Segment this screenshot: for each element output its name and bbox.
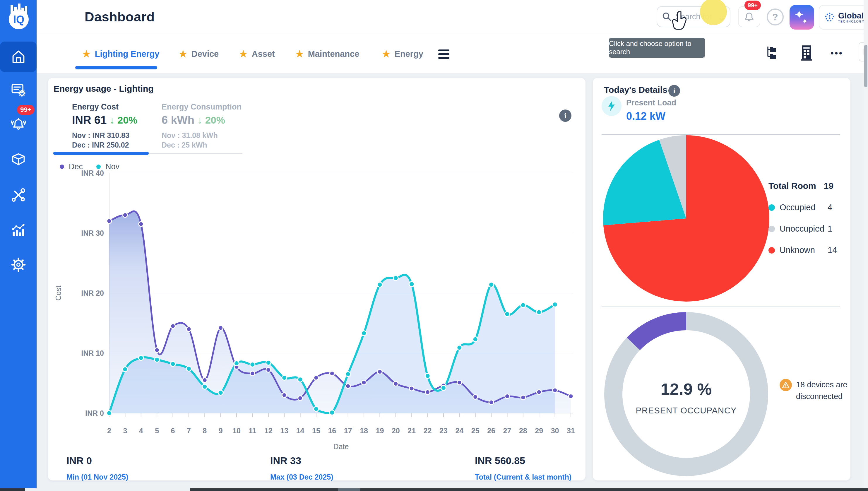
tab-lighting-energy[interactable]: ★ Lighting Energy [82, 48, 159, 59]
sidebar-item-forms[interactable] [0, 76, 37, 104]
stat-label[interactable]: Max (03 Dec 2025) [270, 473, 333, 481]
chart-stat-min: INR 0 Min (01 Nov 2025) [66, 455, 128, 481]
sidebar-item-maintenance[interactable] [0, 181, 37, 209]
stat-value: INR 33 [270, 455, 333, 466]
todays-details-card: Today's Details i Present Load 0.12 kW T… [593, 78, 850, 481]
warning-text: 18 devices are disconnected [796, 379, 850, 402]
bell-icon [743, 10, 755, 23]
tab-label: Device [191, 49, 219, 59]
stat-label[interactable]: Min (01 Nov 2025) [66, 473, 128, 481]
svg-text:23: 23 [440, 427, 448, 435]
svg-text:27: 27 [503, 427, 511, 435]
svg-text:17: 17 [344, 427, 352, 435]
svg-text:INR 0: INR 0 [85, 409, 104, 417]
hscroll-segment [338, 488, 360, 491]
svg-text:24: 24 [455, 427, 463, 435]
sidebar-item-home[interactable] [0, 43, 37, 71]
svg-text:30: 30 [551, 427, 559, 435]
stat-value: INR 0 [66, 455, 128, 466]
tools-icon [11, 187, 26, 203]
star-icon: ★ [295, 48, 304, 59]
svg-text:2: 2 [107, 427, 111, 435]
sidebar-item-settings[interactable] [0, 251, 37, 279]
hscroll-segment [0, 488, 25, 491]
svg-text:29: 29 [535, 427, 543, 435]
ai-assistant-button[interactable]: ✦ ✦ [789, 5, 814, 30]
occupancy-label: PRESENT OCCUPANCY [593, 406, 780, 415]
header: Dashboard ⌄ 99+ ? ✦ ✦ Global [37, 0, 868, 34]
tab-energy[interactable]: ★ Energy [382, 48, 423, 59]
svg-text:6: 6 [171, 427, 175, 435]
notification-count-badge: 99+ [745, 1, 761, 10]
hierarchy-icon[interactable] [766, 45, 780, 61]
package-icon [11, 152, 26, 167]
horizontal-scrollbar-thumb[interactable] [190, 488, 338, 491]
svg-text:16: 16 [328, 427, 336, 435]
chart-stat-max: INR 33 Max (03 Dec 2025) [270, 455, 333, 481]
svg-text:INR 30: INR 30 [81, 229, 104, 237]
alarm-count-badge: 99+ [17, 105, 34, 115]
vertical-scrollbar-thumb[interactable] [864, 45, 867, 87]
tabs-overflow-menu-icon[interactable] [438, 50, 449, 61]
svg-text:INR 20: INR 20 [81, 289, 104, 297]
tab-maintenance[interactable]: ★ Maintenance [295, 48, 359, 59]
svg-text:INR 40: INR 40 [81, 169, 104, 177]
svg-text:14: 14 [296, 427, 304, 435]
svg-text:Cost: Cost [54, 286, 62, 300]
devices-warning: 18 devices are disconnected [780, 379, 850, 402]
svg-text:22: 22 [424, 427, 432, 435]
tab-bar: ★ Lighting Energy ★ Device ★ Asset ★ Mai… [37, 34, 868, 73]
svg-text:15: 15 [312, 427, 320, 435]
svg-text:5: 5 [155, 427, 159, 435]
help-button[interactable]: ? [767, 8, 784, 26]
svg-text:13: 13 [280, 427, 288, 435]
occupancy-donut-chart[interactable] [593, 78, 850, 481]
star-icon: ★ [82, 48, 91, 59]
energy-line-chart[interactable]: INR 0INR 10INR 20INR 30INR 40Cost2345678… [48, 78, 586, 481]
sidebar-item-alarms[interactable]: 99+ [0, 110, 37, 138]
occupancy-value: 12.9 % [593, 379, 780, 399]
star-icon: ★ [179, 48, 187, 59]
account-chip[interactable]: Global TECHNOLOGY [819, 5, 868, 30]
globe-logo-icon [824, 11, 836, 23]
svg-text:18: 18 [360, 427, 368, 435]
svg-text:28: 28 [519, 427, 527, 435]
tab-label: Lighting Energy [95, 49, 159, 59]
bar-chart-icon [11, 222, 26, 237]
search-icon [662, 12, 672, 22]
horizontal-scrollbar-track[interactable] [0, 488, 868, 491]
document-gear-icon [11, 82, 26, 97]
svg-text:19: 19 [376, 427, 384, 435]
warning-icon [780, 379, 792, 391]
app-logo[interactable]: IQ [0, 0, 37, 34]
hscroll-segment [360, 488, 868, 491]
building-icon[interactable] [800, 45, 813, 61]
tab-label: Asset [252, 49, 275, 59]
page-title: Dashboard [85, 9, 155, 25]
svg-text:INR 10: INR 10 [81, 349, 104, 357]
svg-text:31: 31 [567, 427, 575, 435]
tab-device[interactable]: ★ Device [179, 48, 219, 59]
brand-name: Global [838, 12, 865, 20]
mouse-cursor [671, 10, 689, 30]
energy-usage-card: Energy usage - Lighting i Energy Cost IN… [48, 78, 586, 481]
svg-text:25: 25 [471, 427, 480, 435]
svg-text:11: 11 [248, 427, 257, 435]
svg-text:21: 21 [408, 427, 416, 435]
sidebar: IQ 99+ [0, 0, 37, 491]
stat-label[interactable]: Total (Current & last month) [475, 473, 571, 481]
more-actions-icon[interactable]: ••• [831, 48, 843, 58]
search-tooltip: Click and choose option to search [609, 38, 705, 58]
sidebar-item-assets[interactable] [0, 146, 37, 174]
star-icon: ★ [382, 48, 391, 59]
sidebar-item-analytics[interactable] [0, 216, 37, 244]
tab-label: Maintenance [308, 49, 359, 59]
question-mark-icon: ? [772, 12, 778, 23]
tab-label: Energy [395, 49, 423, 59]
alarm-bell-icon [11, 116, 26, 131]
svg-text:9: 9 [219, 427, 223, 435]
tab-asset[interactable]: ★ Asset [239, 48, 275, 59]
logo-text: IQ [13, 13, 24, 26]
svg-text:26: 26 [487, 427, 495, 435]
svg-text:3: 3 [123, 427, 127, 435]
